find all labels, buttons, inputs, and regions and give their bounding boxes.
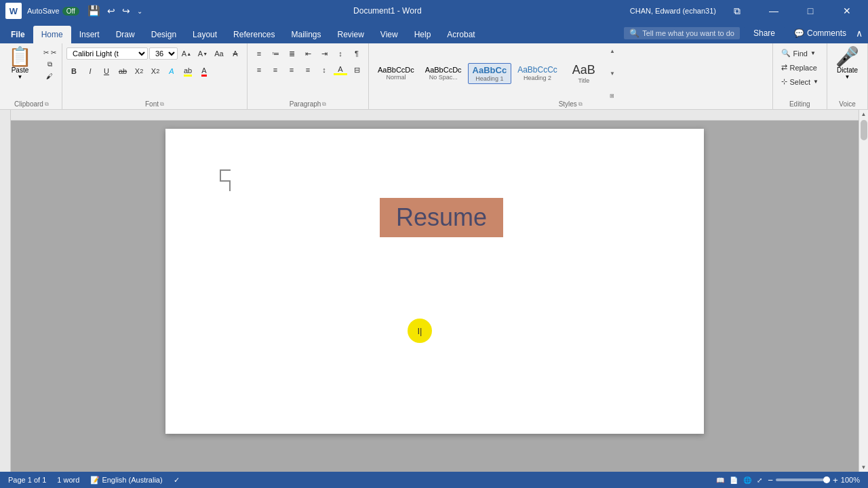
highlight-button[interactable]: ab <box>180 64 195 79</box>
more-button[interactable]: ⌄ <box>134 6 145 16</box>
document-page[interactable]: Resume I| <box>165 129 704 434</box>
read-mode-button[interactable]: 📖 <box>716 476 724 484</box>
font-name-select[interactable]: Calibri Light (t <box>66 47 148 60</box>
undo-button[interactable]: ↩ <box>104 4 118 18</box>
styles-scroll-up[interactable]: ▲ <box>607 46 618 56</box>
bold-button[interactable]: B <box>66 64 81 79</box>
subscript-button[interactable]: X2 <box>132 64 146 79</box>
save-button[interactable]: 💾 <box>85 3 103 18</box>
style-normal[interactable]: AaBbCcDc Normal <box>373 64 419 83</box>
word-count[interactable]: 1 word <box>57 476 79 484</box>
font-dialog-launcher[interactable]: ⧉ <box>160 101 164 108</box>
clipboard-dialog-launcher[interactable]: ⧉ <box>45 101 49 108</box>
dictate-button[interactable]: 🎤 Dictate ▼ <box>831 46 863 81</box>
paste-button[interactable]: 📋 Paste ▼ <box>4 46 36 81</box>
autosave-toggle[interactable]: Off <box>62 7 79 16</box>
increase-font-size-button[interactable]: A▲ <box>179 46 194 61</box>
tab-layout[interactable]: Layout <box>184 26 225 43</box>
align-left-button[interactable]: ≡ <box>252 62 267 77</box>
styles-expand[interactable]: ⊞ <box>607 91 618 100</box>
redo-button[interactable]: ↪ <box>119 4 133 18</box>
change-case-button[interactable]: Aa <box>212 46 226 61</box>
style-heading1[interactable]: AaBbCc Heading 1 <box>468 63 512 84</box>
decrease-font-size-button[interactable]: A▼ <box>195 46 210 61</box>
sort-button[interactable]: ↕ <box>333 46 348 61</box>
borders-button[interactable]: ⊟ <box>349 62 364 77</box>
web-view-button[interactable]: 🌐 <box>743 476 751 484</box>
share-button[interactable]: Share <box>744 26 785 41</box>
align-center-button[interactable]: ≡ <box>268 62 283 77</box>
multilevel-list-button[interactable]: ≣ <box>284 46 299 61</box>
superscript-button[interactable]: X2 <box>148 64 163 79</box>
style-title[interactable]: AaB Title <box>564 61 604 86</box>
focus-mode-button[interactable]: ⤢ <box>757 476 762 484</box>
scrollbar-right[interactable]: ▲ ▼ <box>859 110 868 472</box>
cut-button[interactable]: ✂ ✂ <box>40 47 59 58</box>
font-color-button[interactable]: A <box>197 64 212 79</box>
decrease-indent-button[interactable]: ⇤ <box>300 46 315 61</box>
find-button[interactable]: 🔍 Find ▼ <box>777 47 823 59</box>
resume-box[interactable]: Resume <box>380 198 503 237</box>
scroll-up-button[interactable]: ▲ <box>859 110 868 119</box>
tab-design[interactable]: Design <box>143 26 184 43</box>
style-heading2[interactable]: AaBbCcCc Heading 2 <box>513 63 562 83</box>
clear-formatting-button[interactable]: A <box>228 46 243 61</box>
search-bar[interactable]: 🔍 Tell me what you want to do <box>624 27 740 39</box>
increase-indent-button[interactable]: ⇥ <box>317 46 332 61</box>
strikethrough-button[interactable]: ab <box>115 64 130 79</box>
format-painter-button[interactable]: 🖌 <box>40 71 59 81</box>
cursor-indicator: I| <box>408 319 432 343</box>
maximize-button[interactable]: □ <box>795 0 826 22</box>
styles-scroll-down[interactable]: ▼ <box>607 68 618 78</box>
track-changes-icon[interactable]: ✓ <box>174 476 180 485</box>
voice-group: 🎤 Dictate ▼ Voice <box>827 43 868 109</box>
replace-button[interactable]: ⇄ Replace <box>777 62 823 73</box>
resume-text: Resume <box>396 203 487 231</box>
ribbon-collapse-button[interactable]: ∧ <box>856 28 863 39</box>
font-size-select[interactable]: 36 <box>149 47 178 60</box>
styles-dialog-launcher[interactable]: ⧉ <box>578 101 583 108</box>
numbered-list-button[interactable]: ≔ <box>268 46 283 61</box>
zoom-slider[interactable] <box>776 479 830 481</box>
tab-references[interactable]: References <box>225 26 283 43</box>
tab-review[interactable]: Review <box>330 26 372 43</box>
select-button[interactable]: ⊹ Select ▼ <box>777 76 823 87</box>
bullets-button[interactable]: ≡ <box>252 46 267 61</box>
text-effect-button[interactable]: A <box>164 64 179 79</box>
align-right-button[interactable]: ≡ <box>284 62 299 77</box>
tab-file[interactable]: File <box>3 26 33 43</box>
comments-button[interactable]: 💬 Comments <box>789 26 852 41</box>
editing-label: Editing <box>789 100 810 108</box>
tab-view[interactable]: View <box>372 26 406 43</box>
ruler-vertical <box>0 110 11 472</box>
scroll-thumb[interactable] <box>861 120 867 140</box>
justify-button[interactable]: ≡ <box>300 62 315 77</box>
tab-draw[interactable]: Draw <box>108 26 143 43</box>
zoom-in-button[interactable]: + <box>833 475 838 485</box>
show-marks-button[interactable]: ¶ <box>349 46 364 61</box>
autosave-label: AutoSave <box>27 7 60 15</box>
tab-acrobat[interactable]: Acrobat <box>439 26 483 43</box>
layout-button[interactable]: ⧉ <box>722 0 753 22</box>
copy-button[interactable]: ⧉ <box>40 59 59 70</box>
tab-help[interactable]: Help <box>406 26 439 43</box>
page-indicator[interactable]: Page 1 of 1 <box>8 476 46 484</box>
document-scroll-area[interactable]: Resume I| <box>11 121 859 472</box>
zoom-level[interactable]: 100% <box>841 476 860 484</box>
style-no-spacing[interactable]: AaBbCcDc No Spac... <box>420 64 467 83</box>
zoom-out-button[interactable]: − <box>768 475 773 485</box>
print-layout-button[interactable]: 📄 <box>730 476 738 484</box>
underline-button[interactable]: U <box>99 64 114 79</box>
word-logo: W <box>5 3 22 19</box>
paragraph-dialog-launcher[interactable]: ⧉ <box>322 101 326 108</box>
tab-mailings[interactable]: Mailings <box>283 26 329 43</box>
italic-button[interactable]: I <box>83 64 98 79</box>
minimize-button[interactable]: — <box>758 0 789 22</box>
shading-button[interactable]: A <box>333 62 348 77</box>
line-spacing-button[interactable]: ↕ <box>317 62 332 77</box>
cut-icon: ✂ <box>43 49 49 56</box>
tab-home[interactable]: Home <box>33 26 71 43</box>
tab-insert[interactable]: Insert <box>71 26 108 43</box>
close-button[interactable]: ✕ <box>831 0 863 22</box>
scroll-down-button[interactable]: ▼ <box>859 463 868 472</box>
